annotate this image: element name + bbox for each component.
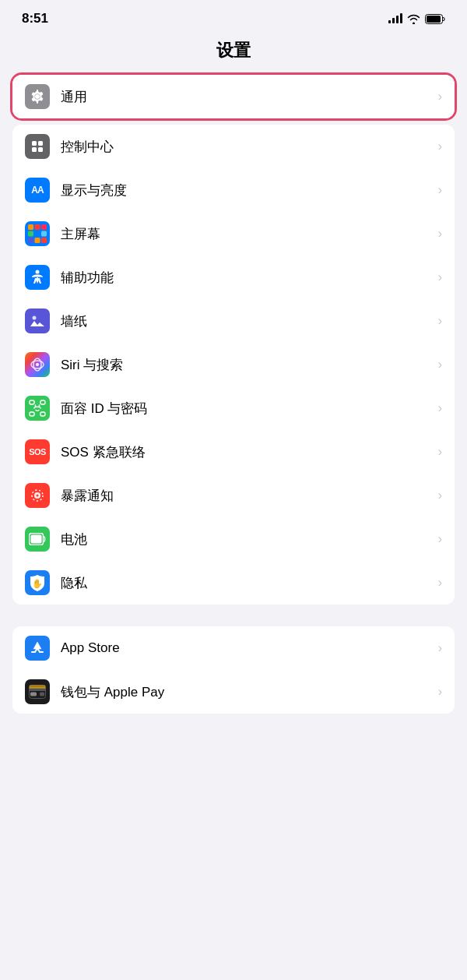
display-icon: AA: [25, 178, 50, 203]
svg-rect-1: [427, 16, 441, 23]
svg-rect-4: [32, 147, 37, 152]
control-center-chevron: ›: [438, 139, 442, 153]
exposure-chevron: ›: [438, 488, 442, 502]
svg-rect-34: [30, 688, 46, 691]
svg-rect-5: [38, 147, 43, 152]
svg-rect-11: [41, 231, 47, 237]
sos-chevron: ›: [438, 445, 442, 459]
faceid-icon: [25, 396, 50, 421]
svg-rect-3: [38, 141, 43, 146]
battery-status-icon: [425, 14, 445, 24]
settings-row-appstore[interactable]: App Store ›: [12, 626, 455, 670]
control-center-label: 控制中心: [61, 138, 432, 156]
settings-row-faceid[interactable]: 面容 ID 与密码 ›: [12, 386, 455, 430]
appstore-icon: [25, 636, 50, 661]
svg-point-20: [36, 363, 39, 366]
settings-row-accessibility[interactable]: 辅助功能 ›: [12, 256, 455, 299]
exposure-icon: [25, 483, 50, 508]
wifi-icon: [407, 14, 420, 24]
bottom-settings-section: App Store › 钱包与 Apple Pay ›: [12, 626, 455, 714]
settings-row-wallet[interactable]: 钱包与 Apple Pay ›: [12, 670, 455, 714]
svg-point-29: [37, 495, 39, 497]
svg-point-15: [36, 270, 40, 274]
privacy-label: 隐私: [61, 574, 432, 592]
faceid-label: 面容 ID 与密码: [61, 400, 432, 418]
accessibility-chevron: ›: [438, 270, 442, 284]
sos-icon: SOS: [25, 439, 50, 464]
status-bar: 8:51: [0, 0, 467, 33]
main-settings-section: 通用 ›: [12, 75, 455, 118]
wallet-icon: [25, 679, 50, 704]
svg-rect-37: [30, 686, 46, 687]
svg-text:✋: ✋: [32, 578, 43, 589]
settings-row-display[interactable]: AA 显示与亮度 ›: [12, 168, 455, 212]
wallpaper-chevron: ›: [438, 314, 442, 328]
svg-rect-9: [28, 231, 33, 237]
svg-rect-8: [41, 224, 47, 230]
svg-rect-35: [30, 693, 37, 696]
home-screen-chevron: ›: [438, 227, 442, 241]
appstore-label: App Store: [61, 640, 432, 656]
status-time: 8:51: [22, 11, 48, 26]
settings-row-exposure[interactable]: 暴露通知 ›: [12, 474, 455, 517]
svg-rect-6: [28, 224, 33, 230]
general-chevron: ›: [438, 90, 442, 104]
svg-rect-22: [40, 400, 45, 404]
siri-chevron: ›: [438, 358, 442, 372]
wallpaper-label: 墙纸: [61, 312, 432, 330]
settings-row-wallpaper[interactable]: 墙纸 ›: [12, 299, 455, 343]
wallet-chevron: ›: [438, 685, 442, 699]
accessibility-label: 辅助功能: [61, 269, 432, 287]
privacy-chevron: ›: [438, 576, 442, 590]
battery-chevron: ›: [438, 532, 442, 546]
siri-label: Siri 与搜索: [61, 356, 432, 374]
home-screen-label: 主屏幕: [61, 225, 432, 243]
svg-rect-2: [32, 141, 37, 146]
accessibility-icon: [25, 265, 50, 290]
svg-rect-14: [41, 238, 47, 243]
wallpaper-icon: [25, 308, 50, 333]
svg-rect-13: [35, 238, 40, 243]
control-center-icon: [25, 134, 50, 159]
settings-row-privacy[interactable]: ✋ 隐私 ›: [12, 561, 455, 605]
settings-row-siri[interactable]: Siri 与搜索 ›: [12, 343, 455, 386]
svg-rect-36: [40, 693, 44, 696]
battery-label: 电池: [61, 531, 432, 548]
display-label: 显示与亮度: [61, 182, 432, 199]
settings-row-battery[interactable]: 电池 ›: [12, 517, 455, 561]
svg-point-17: [33, 316, 37, 320]
svg-rect-23: [30, 412, 34, 416]
svg-rect-31: [31, 535, 42, 544]
display-chevron: ›: [438, 183, 442, 197]
svg-rect-10: [35, 231, 40, 237]
settings-row-control-center[interactable]: 控制中心 ›: [12, 125, 455, 168]
gear-icon: [25, 84, 50, 109]
sos-label: SOS 紧急联络: [61, 443, 432, 461]
general-label: 通用: [61, 88, 432, 106]
settings-row-home-screen[interactable]: 主屏幕 ›: [12, 212, 455, 256]
wallet-label: 钱包与 Apple Pay: [61, 683, 432, 701]
settings-row-sos[interactable]: SOS SOS 紧急联络 ›: [12, 430, 455, 474]
svg-rect-24: [40, 412, 45, 416]
appstore-chevron: ›: [438, 641, 442, 655]
svg-rect-12: [28, 238, 33, 243]
signal-bars-icon: [388, 14, 402, 23]
battery-icon: [25, 527, 50, 552]
siri-icon: [25, 352, 50, 377]
secondary-settings-section: 控制中心 › AA 显示与亮度 › 主屏幕 ›: [12, 125, 455, 605]
svg-rect-21: [30, 400, 34, 404]
home-screen-icon: [25, 221, 50, 246]
privacy-icon: ✋: [25, 570, 50, 595]
status-icons: [388, 14, 445, 24]
faceid-chevron: ›: [438, 401, 442, 415]
svg-rect-7: [35, 224, 40, 230]
page-title: 设置: [0, 33, 467, 75]
exposure-label: 暴露通知: [61, 487, 432, 505]
settings-row-general[interactable]: 通用 ›: [12, 75, 455, 118]
svg-rect-38: [30, 687, 46, 689]
